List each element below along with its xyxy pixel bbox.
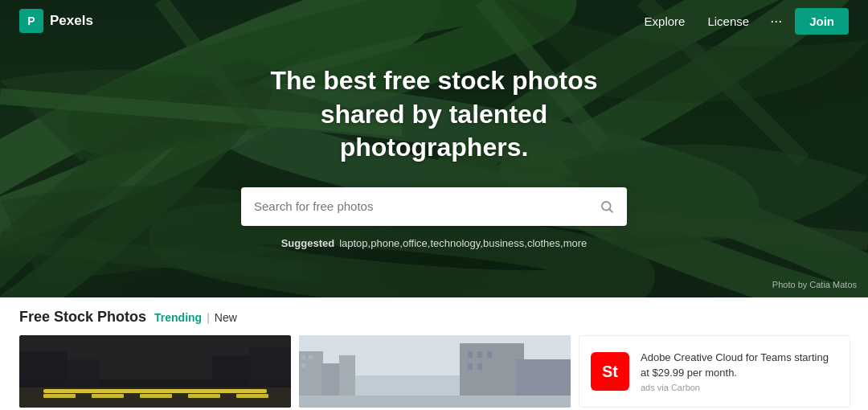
brand-name: Pexels <box>50 13 93 29</box>
filter-trending[interactable]: Trending <box>154 311 202 324</box>
svg-rect-34 <box>309 355 313 359</box>
svg-rect-38 <box>468 351 473 358</box>
photo-thumb-2[interactable] <box>299 335 571 408</box>
filter-new[interactable]: New <box>215 311 237 324</box>
search-button[interactable] <box>600 199 614 214</box>
photo-2-svg <box>299 335 571 408</box>
photos-row: St Adobe Creative Cloud for Teams starti… <box>19 335 849 410</box>
svg-rect-27 <box>248 347 291 387</box>
logo-icon: P <box>19 9 43 33</box>
logo[interactable]: P Pexels <box>19 9 93 33</box>
filter-divider: | <box>207 311 210 324</box>
ad-content: Adobe Creative Cloud for Teams starting … <box>641 351 838 392</box>
search-input[interactable] <box>254 199 600 213</box>
ad-icon: St <box>591 352 629 391</box>
join-button[interactable]: Join <box>795 8 849 35</box>
svg-rect-33 <box>301 355 305 359</box>
photo-credit: Photo by Catia Matos <box>772 280 857 289</box>
suggested-items: laptop, phone, office, technology, busin… <box>339 237 587 249</box>
svg-rect-26 <box>212 355 252 387</box>
svg-rect-42 <box>477 363 482 370</box>
suggest-technology[interactable]: technology, <box>430 237 483 249</box>
svg-rect-43 <box>299 396 571 408</box>
svg-rect-39 <box>477 351 482 358</box>
nav-explore[interactable]: Explore <box>637 10 694 33</box>
hero-section: The best free stock photos shared by tal… <box>0 0 868 297</box>
ad-title: Adobe Creative Cloud for Teams starting … <box>641 351 838 379</box>
ad-subtitle: ads via Carbon <box>641 383 838 392</box>
svg-rect-35 <box>301 363 305 367</box>
bottom-section: Free Stock Photos Trending | New <box>0 297 868 410</box>
svg-rect-21 <box>140 394 172 398</box>
suggested-label: Suggested <box>281 237 334 249</box>
search-bar <box>241 187 627 226</box>
svg-rect-40 <box>487 351 492 358</box>
svg-rect-25 <box>63 359 100 387</box>
svg-rect-19 <box>43 394 76 398</box>
svg-rect-23 <box>236 394 268 398</box>
nav-license[interactable]: License <box>699 10 757 33</box>
section-header: Free Stock Photos Trending | New <box>19 309 849 326</box>
suggest-office[interactable]: office, <box>403 237 430 249</box>
section-title: Free Stock Photos <box>19 309 146 326</box>
nav-more[interactable]: ··· <box>764 8 788 35</box>
navbar: P Pexels Explore License ··· Join <box>0 0 868 42</box>
suggest-clothes[interactable]: clothes, <box>527 237 563 249</box>
hero-content: The best free stock photos shared by tal… <box>0 64 868 249</box>
photo-1-svg <box>19 335 291 408</box>
suggest-laptop[interactable]: laptop, <box>339 237 371 249</box>
svg-rect-41 <box>468 363 473 370</box>
suggest-more[interactable]: more <box>563 237 588 249</box>
suggest-business[interactable]: business, <box>483 237 527 249</box>
photo-thumb-1[interactable] <box>19 335 291 408</box>
suggested-row: Suggested laptop, phone, office, technol… <box>281 237 588 249</box>
suggest-phone[interactable]: phone, <box>371 237 403 249</box>
nav-links: Explore License ··· Join <box>637 8 849 35</box>
svg-line-15 <box>609 209 612 211</box>
ad-card: St Adobe Creative Cloud for Teams starti… <box>579 335 850 408</box>
search-icon <box>600 199 614 214</box>
hero-title: The best free stock photos shared by tal… <box>225 64 643 165</box>
svg-rect-22 <box>188 394 220 398</box>
svg-rect-24 <box>19 351 68 387</box>
svg-rect-20 <box>92 394 124 398</box>
filter-links: Trending | New <box>154 311 237 324</box>
